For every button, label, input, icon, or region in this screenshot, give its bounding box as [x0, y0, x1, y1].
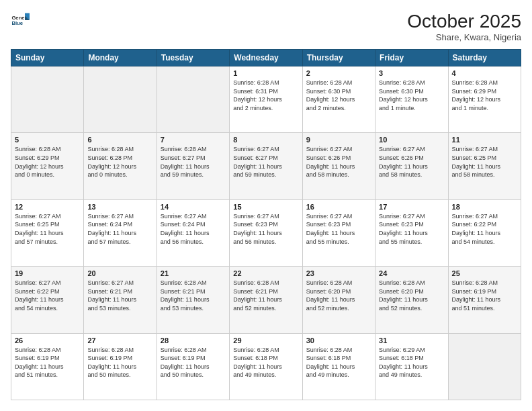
- calendar-cell: 27Sunrise: 6:28 AM Sunset: 6:19 PM Dayli…: [84, 333, 157, 400]
- calendar-cell: 20Sunrise: 6:27 AM Sunset: 6:21 PM Dayli…: [84, 267, 157, 333]
- day-number: 15: [233, 203, 298, 211]
- day-number: 16: [306, 203, 371, 211]
- calendar-cell: 29Sunrise: 6:28 AM Sunset: 6:18 PM Dayli…: [230, 333, 302, 400]
- location-subtitle: Share, Kwara, Nigeria: [407, 32, 521, 42]
- calendar-cell: 31Sunrise: 6:29 AM Sunset: 6:18 PM Dayli…: [375, 333, 448, 400]
- day-info: Sunrise: 6:27 AM Sunset: 6:24 PM Dayligh…: [87, 212, 152, 246]
- day-number: 30: [306, 336, 371, 345]
- day-info: Sunrise: 6:28 AM Sunset: 6:21 PM Dayligh…: [161, 279, 226, 312]
- calendar-cell: 19Sunrise: 6:27 AM Sunset: 6:22 PM Dayli…: [11, 267, 84, 333]
- calendar-cell: 13Sunrise: 6:27 AM Sunset: 6:24 PM Dayli…: [84, 199, 157, 266]
- calendar-cell: 30Sunrise: 6:28 AM Sunset: 6:18 PM Dayli…: [302, 333, 375, 400]
- calendar-cell: 22Sunrise: 6:28 AM Sunset: 6:21 PM Dayli…: [230, 267, 302, 333]
- logo: General Blue: [11, 11, 30, 30]
- calendar-cell: 21Sunrise: 6:28 AM Sunset: 6:21 PM Dayli…: [157, 267, 229, 333]
- day-number: 14: [161, 203, 226, 211]
- calendar-cell: 7Sunrise: 6:28 AM Sunset: 6:27 PM Daylig…: [157, 133, 229, 199]
- day-info: Sunrise: 6:27 AM Sunset: 6:25 PM Dayligh…: [452, 145, 517, 179]
- calendar-cell: [448, 333, 521, 400]
- calendar-row-4: 26Sunrise: 6:28 AM Sunset: 6:19 PM Dayli…: [11, 333, 521, 400]
- day-info: Sunrise: 6:28 AM Sunset: 6:19 PM Dayligh…: [161, 346, 226, 379]
- weekday-header-thursday: Thursday: [302, 50, 375, 66]
- day-info: Sunrise: 6:28 AM Sunset: 6:19 PM Dayligh…: [452, 279, 517, 312]
- day-info: Sunrise: 6:28 AM Sunset: 6:19 PM Dayligh…: [15, 346, 80, 379]
- calendar-cell: 28Sunrise: 6:28 AM Sunset: 6:19 PM Dayli…: [157, 333, 229, 400]
- day-number: 7: [161, 136, 226, 144]
- calendar-cell: 11Sunrise: 6:27 AM Sunset: 6:25 PM Dayli…: [448, 133, 521, 199]
- day-number: 10: [379, 136, 444, 144]
- day-info: Sunrise: 6:28 AM Sunset: 6:18 PM Dayligh…: [233, 346, 298, 379]
- weekday-header-row: SundayMondayTuesdayWednesdayThursdayFrid…: [11, 50, 521, 66]
- calendar-cell: [84, 66, 157, 133]
- calendar-cell: 3Sunrise: 6:28 AM Sunset: 6:30 PM Daylig…: [375, 66, 448, 133]
- calendar-row-1: 5Sunrise: 6:28 AM Sunset: 6:29 PM Daylig…: [11, 133, 521, 199]
- calendar-cell: 18Sunrise: 6:27 AM Sunset: 6:22 PM Dayli…: [448, 199, 521, 266]
- calendar-cell: 5Sunrise: 6:28 AM Sunset: 6:29 PM Daylig…: [11, 133, 84, 199]
- day-info: Sunrise: 6:28 AM Sunset: 6:28 PM Dayligh…: [87, 145, 152, 179]
- day-info: Sunrise: 6:28 AM Sunset: 6:29 PM Dayligh…: [452, 79, 517, 112]
- calendar-cell: 14Sunrise: 6:27 AM Sunset: 6:24 PM Dayli…: [157, 199, 229, 266]
- day-info: Sunrise: 6:29 AM Sunset: 6:18 PM Dayligh…: [379, 346, 444, 379]
- calendar-cell: 10Sunrise: 6:27 AM Sunset: 6:26 PM Dayli…: [375, 133, 448, 199]
- day-number: 9: [306, 136, 371, 144]
- calendar-table: SundayMondayTuesdayWednesdayThursdayFrid…: [11, 49, 521, 400]
- svg-text:Blue: Blue: [11, 20, 23, 26]
- day-number: 5: [15, 136, 80, 144]
- day-number: 25: [452, 269, 517, 277]
- day-number: 29: [233, 336, 298, 345]
- day-number: 23: [306, 269, 371, 277]
- day-number: 19: [15, 269, 80, 277]
- calendar-cell: 9Sunrise: 6:27 AM Sunset: 6:26 PM Daylig…: [302, 133, 375, 199]
- day-number: 8: [233, 136, 298, 144]
- day-number: 1: [233, 69, 298, 77]
- calendar-cell: 1Sunrise: 6:28 AM Sunset: 6:31 PM Daylig…: [230, 66, 302, 133]
- calendar-cell: 6Sunrise: 6:28 AM Sunset: 6:28 PM Daylig…: [84, 133, 157, 199]
- day-info: Sunrise: 6:27 AM Sunset: 6:26 PM Dayligh…: [379, 145, 444, 179]
- weekday-header-monday: Monday: [84, 50, 157, 66]
- calendar-cell: 2Sunrise: 6:28 AM Sunset: 6:30 PM Daylig…: [302, 66, 375, 133]
- weekday-header-wednesday: Wednesday: [230, 50, 302, 66]
- day-info: Sunrise: 6:27 AM Sunset: 6:23 PM Dayligh…: [306, 212, 371, 246]
- day-number: 12: [15, 203, 80, 211]
- day-info: Sunrise: 6:28 AM Sunset: 6:29 PM Dayligh…: [15, 145, 80, 179]
- calendar-cell: 24Sunrise: 6:28 AM Sunset: 6:20 PM Dayli…: [375, 267, 448, 333]
- day-info: Sunrise: 6:28 AM Sunset: 6:30 PM Dayligh…: [379, 79, 444, 112]
- calendar-cell: 12Sunrise: 6:27 AM Sunset: 6:25 PM Dayli…: [11, 199, 84, 266]
- day-number: 13: [87, 203, 152, 211]
- day-info: Sunrise: 6:27 AM Sunset: 6:24 PM Dayligh…: [161, 212, 226, 246]
- day-number: 24: [379, 269, 444, 277]
- calendar-cell: 17Sunrise: 6:27 AM Sunset: 6:23 PM Dayli…: [375, 199, 448, 266]
- day-info: Sunrise: 6:28 AM Sunset: 6:19 PM Dayligh…: [87, 346, 152, 379]
- day-info: Sunrise: 6:27 AM Sunset: 6:27 PM Dayligh…: [233, 145, 298, 179]
- day-number: 31: [379, 336, 444, 345]
- calendar-cell: 8Sunrise: 6:27 AM Sunset: 6:27 PM Daylig…: [230, 133, 302, 199]
- calendar-cell: 23Sunrise: 6:28 AM Sunset: 6:20 PM Dayli…: [302, 267, 375, 333]
- day-number: 26: [15, 336, 80, 345]
- day-info: Sunrise: 6:28 AM Sunset: 6:18 PM Dayligh…: [306, 346, 371, 379]
- day-number: 22: [233, 269, 298, 277]
- calendar-cell: 15Sunrise: 6:27 AM Sunset: 6:23 PM Dayli…: [230, 199, 302, 266]
- weekday-header-sunday: Sunday: [11, 50, 84, 66]
- calendar-cell: 4Sunrise: 6:28 AM Sunset: 6:29 PM Daylig…: [448, 66, 521, 133]
- calendar-cell: 26Sunrise: 6:28 AM Sunset: 6:19 PM Dayli…: [11, 333, 84, 400]
- day-info: Sunrise: 6:28 AM Sunset: 6:30 PM Dayligh…: [306, 79, 371, 112]
- header: General Blue October 2025 Share, Kwara, …: [11, 11, 521, 42]
- day-number: 4: [452, 69, 517, 77]
- calendar-row-3: 19Sunrise: 6:27 AM Sunset: 6:22 PM Dayli…: [11, 267, 521, 333]
- calendar-row-0: 1Sunrise: 6:28 AM Sunset: 6:31 PM Daylig…: [11, 66, 521, 133]
- weekday-header-tuesday: Tuesday: [157, 50, 229, 66]
- day-info: Sunrise: 6:27 AM Sunset: 6:21 PM Dayligh…: [87, 279, 152, 312]
- month-title: October 2025: [407, 11, 521, 32]
- day-number: 11: [452, 136, 517, 144]
- day-info: Sunrise: 6:28 AM Sunset: 6:20 PM Dayligh…: [306, 279, 371, 312]
- calendar-cell: [11, 66, 84, 133]
- logo-icon: General Blue: [11, 11, 30, 30]
- calendar-cell: 25Sunrise: 6:28 AM Sunset: 6:19 PM Dayli…: [448, 267, 521, 333]
- day-info: Sunrise: 6:27 AM Sunset: 6:22 PM Dayligh…: [452, 212, 517, 246]
- calendar-row-2: 12Sunrise: 6:27 AM Sunset: 6:25 PM Dayli…: [11, 199, 521, 266]
- page: General Blue October 2025 Share, Kwara, …: [0, 0, 532, 411]
- calendar-cell: [157, 66, 229, 133]
- day-number: 21: [161, 269, 226, 277]
- weekday-header-friday: Friday: [375, 50, 448, 66]
- day-number: 3: [379, 69, 444, 77]
